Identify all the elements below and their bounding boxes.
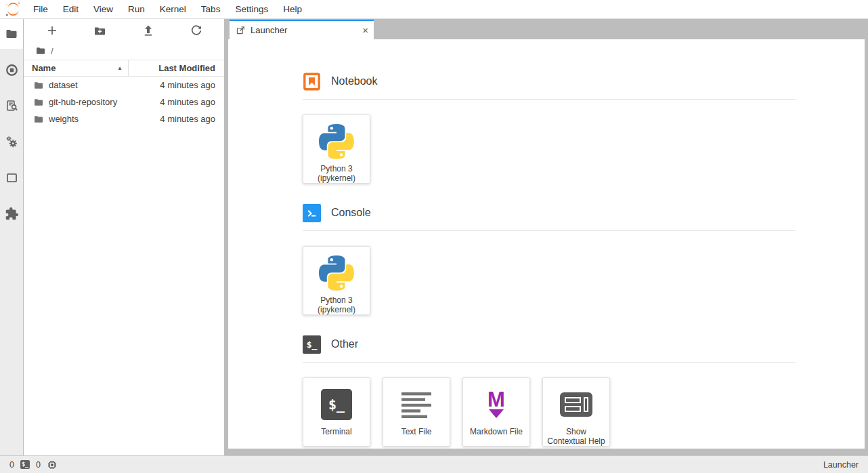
file-list-header: Name ▲ Last Modified (24, 60, 224, 77)
new-folder-icon (93, 24, 106, 37)
current-context-label: Launcher (823, 460, 859, 470)
menu-run[interactable]: Run (121, 0, 152, 18)
main-area: / Name ▲ Last Modified dataset 4 minutes… (0, 19, 868, 455)
sidebar-item-extension-manager[interactable] (0, 199, 23, 228)
launcher-icon (236, 25, 246, 35)
jupyterlab-window: File Edit View Run Kernel Tabs Settings … (0, 0, 868, 473)
sort-ascending-icon: ▲ (117, 65, 123, 71)
column-header-name[interactable]: Name ▲ (24, 60, 129, 76)
breadcrumb-path: / (51, 46, 53, 56)
refresh-icon (190, 24, 202, 37)
menu-view[interactable]: View (86, 0, 121, 18)
contextual-help-icon (559, 386, 593, 423)
terminals-count: 0 (9, 460, 14, 470)
section-divider (303, 362, 796, 363)
folder-icon (33, 114, 44, 125)
dock-panel: Launcher × Notebook (225, 19, 868, 455)
menu-bar: File Edit View Run Kernel Tabs Settings … (0, 0, 868, 19)
folder-icon (5, 27, 18, 41)
file-row-git-hub-repository[interactable]: git-hub-repository 4 minutes ago (24, 94, 224, 110)
python-logo (319, 255, 354, 291)
card-label: Markdown File (466, 427, 526, 436)
terminal-icon: $_ (321, 389, 352, 420)
new-launcher-plus-icon (46, 24, 58, 37)
sidebar-item-file-search[interactable] (0, 91, 23, 121)
menu-settings[interactable]: Settings (227, 0, 276, 18)
jupyter-logo-icon (0, 1, 26, 18)
file-name: git-hub-repository (49, 97, 160, 107)
menu-edit[interactable]: Edit (56, 0, 86, 18)
console-icon (303, 204, 321, 222)
running-sessions-status[interactable]: 0 $_ 0 (9, 459, 58, 470)
launcher-card-console-python3[interactable]: Python 3 (ipykernel) (303, 246, 370, 315)
launcher-panel: Notebook (228, 39, 865, 449)
folder-icon (33, 80, 44, 91)
card-label: Show Contextual Help (546, 427, 606, 446)
tab-bar: Launcher × (225, 19, 868, 39)
menu-help[interactable]: Help (276, 0, 309, 18)
python-logo (319, 123, 354, 160)
menu-tabs[interactable]: Tabs (194, 0, 228, 18)
card-label: Terminal (307, 427, 366, 436)
new-folder-button[interactable] (91, 22, 110, 39)
launcher-card-show-contextual-help[interactable]: Show Contextual Help (542, 377, 610, 447)
file-row-dataset[interactable]: dataset 4 minutes ago (24, 77, 224, 94)
section-title-notebook: Notebook (331, 75, 378, 87)
card-label: Python 3 (ipykernel) (307, 164, 366, 183)
launcher-card-terminal[interactable]: $_ Terminal (303, 377, 370, 447)
tab-launcher[interactable]: Launcher × (230, 20, 374, 39)
kernel-chip-icon (47, 459, 58, 470)
sidebar-item-settings[interactable] (0, 127, 23, 157)
file-name: dataset (49, 80, 160, 90)
upload-icon (142, 24, 154, 37)
menu-kernel[interactable]: Kernel (152, 0, 194, 18)
extension-puzzle-icon (5, 207, 19, 221)
sidebar-item-open-tabs[interactable] (0, 163, 23, 192)
file-modified: 4 minutes ago (160, 97, 224, 107)
tab-close-icon[interactable]: × (362, 25, 368, 35)
settings-gears-icon (5, 135, 19, 149)
folder-icon (33, 97, 44, 108)
file-list: dataset 4 minutes ago git-hub-repository… (24, 77, 224, 455)
file-name: weights (49, 114, 160, 124)
file-modified: 4 minutes ago (160, 114, 224, 124)
new-launcher-button[interactable] (43, 22, 62, 39)
status-bar: 0 $_ 0 Launcher (0, 455, 868, 473)
open-tabs-icon (5, 171, 19, 185)
kernels-count: 0 (36, 460, 41, 470)
file-search-icon (5, 99, 19, 113)
file-browser-panel: / Name ▲ Last Modified dataset 4 minutes… (24, 19, 225, 455)
notebook-icon (303, 73, 321, 91)
launcher-card-notebook-python3[interactable]: Python 3 (ipykernel) (303, 115, 370, 184)
file-browser-toolbar (24, 19, 224, 42)
markdown-icon: M (487, 391, 505, 418)
launcher-section-notebook: Notebook (303, 72, 796, 184)
section-divider (303, 99, 796, 100)
breadcrumb[interactable]: / (24, 42, 224, 60)
refresh-button[interactable] (187, 22, 206, 39)
section-title-other: Other (331, 338, 358, 350)
tab-label: Launcher (251, 25, 357, 35)
column-header-last-modified[interactable]: Last Modified (129, 63, 224, 73)
section-title-console: Console (331, 207, 371, 219)
terminal-status-icon: $_ (20, 460, 30, 469)
card-label: Text File (387, 427, 446, 436)
folder-icon (35, 45, 46, 56)
file-modified: 4 minutes ago (160, 80, 224, 90)
section-divider (303, 230, 796, 231)
launcher-card-markdown-file[interactable]: M Markdown File (462, 377, 530, 447)
sidebar-item-file-browser[interactable] (0, 19, 23, 49)
text-lines-icon (401, 386, 432, 423)
launcher-card-text-file[interactable]: Text File (383, 377, 450, 447)
upload-button[interactable] (139, 22, 158, 39)
launcher-section-other: $_ Other $_ Terminal (303, 335, 796, 447)
sidebar-item-running-sessions[interactable] (0, 55, 23, 85)
terminal-icon: $_ (303, 335, 321, 354)
activity-sidebar (0, 19, 24, 455)
running-sessions-icon (5, 63, 19, 77)
file-row-weights[interactable]: weights 4 minutes ago (24, 110, 224, 127)
menu-file[interactable]: File (26, 0, 56, 18)
card-label: Python 3 (ipykernel) (307, 295, 366, 314)
launcher-section-console: Console (303, 203, 796, 315)
